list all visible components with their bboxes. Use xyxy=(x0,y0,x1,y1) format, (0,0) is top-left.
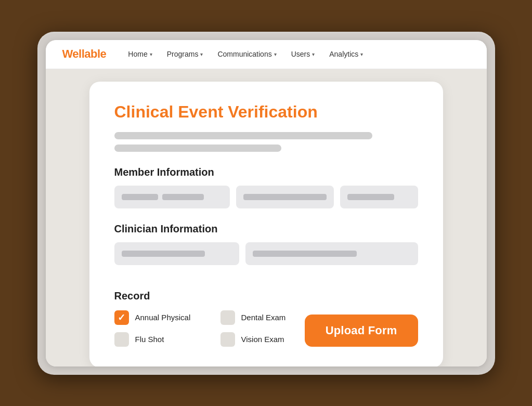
member-section-title: Member Information xyxy=(114,166,418,178)
form-title: Clinical Event Verification xyxy=(114,102,418,122)
checkbox-vision-exam-box[interactable] xyxy=(220,332,235,347)
clinician-field-1[interactable] xyxy=(114,242,239,265)
checkbox-vision-exam-label: Vision Exam xyxy=(241,335,284,344)
checkbox-vision-exam: Vision Exam xyxy=(220,332,302,347)
member-field-3[interactable] xyxy=(340,186,418,208)
nav-analytics-label: Analytics xyxy=(329,50,358,58)
checkbox-flu-shot-box[interactable] xyxy=(114,332,129,347)
brand-logo: Wellable xyxy=(62,47,107,61)
nav-users-label: Users xyxy=(291,50,310,58)
checkbox-annual-physical-label: Annual Physical xyxy=(135,313,191,322)
upload-form-button[interactable]: Upload Form xyxy=(305,315,418,347)
checkbox-flu-shot-label: Flu Shot xyxy=(135,335,164,344)
member-field-3-inner xyxy=(347,194,394,200)
nav-home-chevron: ▾ xyxy=(150,51,152,57)
nav-analytics-chevron: ▾ xyxy=(360,51,363,57)
record-section-title: Record xyxy=(114,290,302,302)
nav-item-home[interactable]: Home ▾ xyxy=(123,47,157,61)
clinician-section-title: Clinician Information xyxy=(114,223,418,235)
nav-home-label: Home xyxy=(128,50,147,58)
nav-communications-chevron: ▾ xyxy=(274,51,277,57)
checkboxes-grid: ✓ Annual Physical Dental Exam xyxy=(114,310,302,347)
nav-item-users[interactable]: Users ▾ xyxy=(286,47,320,61)
nav-programs-label: Programs xyxy=(167,50,199,58)
nav-users-chevron: ▾ xyxy=(312,51,315,57)
checkbox-annual-physical: ✓ Annual Physical xyxy=(114,310,196,325)
checkbox-dental-exam-box[interactable] xyxy=(220,310,235,325)
description-line-2 xyxy=(114,145,281,152)
checkmark-icon: ✓ xyxy=(118,313,125,322)
member-fields-row xyxy=(114,186,418,208)
nav-item-communications[interactable]: Communications ▾ xyxy=(212,47,281,61)
checkbox-flu-shot: Flu Shot xyxy=(114,332,196,347)
checkbox-dental-exam-label: Dental Exam xyxy=(241,313,286,322)
clinician-field-2-inner xyxy=(253,251,357,257)
browser-window: Wellable Home ▾ Programs ▾ Communication… xyxy=(46,40,487,366)
nav-programs-chevron: ▾ xyxy=(200,51,203,57)
member-field-1-inner1 xyxy=(122,194,158,200)
navbar-links: Home ▾ Programs ▾ Communications ▾ Users… xyxy=(123,47,368,61)
member-field-2[interactable] xyxy=(236,186,334,208)
record-and-button-row: Record ✓ Annual Physical xyxy=(114,278,418,347)
clinician-field-1-inner xyxy=(122,251,205,257)
member-field-2-inner xyxy=(243,194,327,200)
device-frame: Wellable Home ▾ Programs ▾ Communication… xyxy=(37,32,495,375)
form-card: Clinical Event Verification Member Infor… xyxy=(89,82,443,366)
nav-item-analytics[interactable]: Analytics ▾ xyxy=(324,47,368,61)
record-section: Record ✓ Annual Physical xyxy=(114,290,302,347)
main-content: Clinical Event Verification Member Infor… xyxy=(46,69,487,366)
member-field-1[interactable] xyxy=(114,186,230,208)
clinician-fields-row xyxy=(114,242,418,265)
description-line-1 xyxy=(114,132,372,139)
checkbox-annual-physical-box[interactable]: ✓ xyxy=(114,310,129,325)
member-field-1-inner2 xyxy=(162,194,204,200)
nav-item-programs[interactable]: Programs ▾ xyxy=(162,47,209,61)
checkbox-dental-exam: Dental Exam xyxy=(220,310,302,325)
nav-communications-label: Communications xyxy=(217,50,271,58)
clinician-field-2[interactable] xyxy=(245,242,418,265)
navbar: Wellable Home ▾ Programs ▾ Communication… xyxy=(46,40,487,69)
